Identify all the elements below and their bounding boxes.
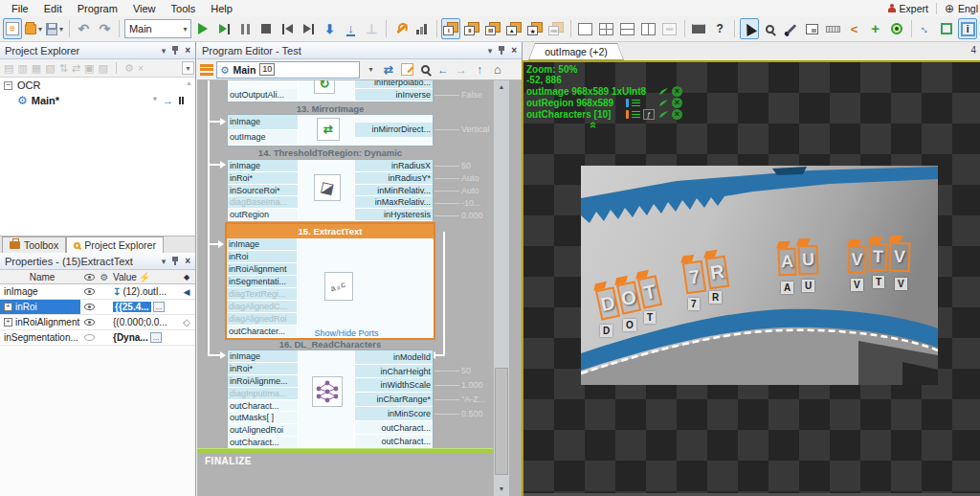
language-label[interactable]: Engl bbox=[958, 3, 978, 14]
port[interactable]: outAlignedRoi bbox=[228, 424, 298, 437]
macro-dropdown-button[interactable]: ▾ bbox=[363, 61, 378, 79]
tire-image[interactable]: D O T D O T 7 R 7 R A U A U V T V V T V bbox=[581, 166, 938, 385]
property-row-inroialignment[interactable]: inRoiAlignment {(0.000;0.0... ◇ bbox=[0, 315, 195, 330]
port[interactable]: inImage bbox=[228, 160, 298, 172]
ellipsis-button[interactable] bbox=[153, 302, 166, 312]
help-button[interactable]: ? bbox=[710, 18, 729, 39]
legend-close-icon[interactable]: × bbox=[672, 109, 682, 120]
block-15-header[interactable]: 15. ExtractText bbox=[227, 224, 434, 238]
iterate-button[interactable] bbox=[214, 18, 234, 39]
program-selector[interactable]: Main▾ bbox=[124, 19, 192, 38]
block-14-header[interactable]: 14. ThresholdToRegion: Dynamic bbox=[227, 147, 434, 158]
new-variant-icon[interactable]: ▦ bbox=[32, 62, 41, 74]
view-layout-3-button[interactable]: III bbox=[483, 18, 502, 39]
menu-tools[interactable]: Tools bbox=[164, 3, 204, 14]
view-layout-2-button[interactable]: II bbox=[462, 18, 481, 39]
close-icon[interactable]: × bbox=[185, 45, 190, 56]
iterate-forward-button[interactable] bbox=[299, 18, 318, 39]
name-column-header[interactable]: Name bbox=[0, 272, 80, 282]
value-column-header[interactable]: Value bbox=[113, 272, 137, 282]
port[interactable]: inCharHeight bbox=[355, 365, 433, 379]
param-value[interactable]: -10... bbox=[461, 197, 481, 210]
menu-file[interactable]: File bbox=[4, 3, 36, 14]
info-overlay-button[interactable]: i bbox=[958, 18, 977, 39]
param-value[interactable]: 0.500 bbox=[461, 408, 483, 420]
view-layout-hmi-button[interactable]: HMI bbox=[546, 18, 566, 39]
view-layout-cursor-button[interactable]: ▲ bbox=[504, 18, 523, 39]
run-button[interactable] bbox=[193, 18, 212, 39]
add-output-icon[interactable]: ⇄ bbox=[72, 62, 80, 74]
pointer-tool-button[interactable] bbox=[740, 18, 759, 39]
port[interactable]: inMirrorDirect... bbox=[355, 123, 433, 138]
legend-close-icon[interactable]: × bbox=[672, 98, 682, 108]
ellipsis-button[interactable] bbox=[150, 332, 163, 343]
legend-edit-icon[interactable] bbox=[658, 99, 669, 107]
pin-icon[interactable] bbox=[171, 46, 179, 55]
port[interactable]: inMinRelativ... bbox=[355, 185, 433, 197]
port[interactable]: inImage bbox=[228, 115, 298, 130]
edit-macro-button[interactable] bbox=[399, 61, 414, 79]
port[interactable]: outCharact... bbox=[355, 421, 433, 436]
color-picker-button[interactable] bbox=[782, 18, 801, 39]
port[interactable]: diagAlignedRoi bbox=[227, 313, 297, 326]
param-value[interactable]: 50 bbox=[461, 365, 471, 377]
legend-edit-icon[interactable] bbox=[658, 110, 669, 119]
tree-item-main[interactable]: ⚙ Main* * → bbox=[0, 93, 195, 108]
stop-button[interactable] bbox=[256, 18, 276, 39]
toolbar-overflow-icon[interactable]: ▼ bbox=[182, 61, 194, 75]
tab-toolbox[interactable]: Toolbox bbox=[2, 237, 66, 253]
port[interactable]: inWidthScale bbox=[355, 378, 433, 393]
port[interactable]: outMasks[ ] bbox=[228, 412, 298, 424]
param-value[interactable]: Auto bbox=[461, 172, 479, 185]
macrofilter-selector[interactable]: ⚙ Main 10 bbox=[216, 61, 360, 79]
statistics-button[interactable] bbox=[412, 18, 432, 39]
port[interactable]: inRadiusY* bbox=[355, 172, 433, 185]
expert-mode-label[interactable]: Expert bbox=[900, 3, 928, 14]
scroll-up-icon[interactable]: ▲ bbox=[494, 80, 509, 94]
settings-button[interactable] bbox=[391, 18, 411, 39]
property-value[interactable]: {Dyna... bbox=[113, 332, 148, 343]
port[interactable]: diagAlignedC... bbox=[227, 301, 297, 313]
navigate-forward-button[interactable]: → bbox=[454, 61, 469, 79]
measure-tool-button[interactable] bbox=[824, 18, 843, 39]
port[interactable]: inRadiusX bbox=[355, 160, 433, 172]
scroll-down-icon[interactable]: ▼ bbox=[494, 483, 509, 496]
block-13-header[interactable]: 13. MirrorImage bbox=[227, 103, 434, 114]
port[interactable]: diagInputIma... bbox=[228, 388, 298, 400]
collapse-icon[interactable] bbox=[4, 81, 12, 90]
eye-icon[interactable] bbox=[84, 304, 95, 310]
menu-program[interactable]: Program bbox=[70, 3, 125, 14]
port[interactable]: outImage bbox=[228, 130, 298, 146]
edit-properties-icon[interactable]: ⚙ bbox=[124, 62, 134, 74]
port[interactable]: inHysteresis bbox=[355, 209, 433, 221]
port[interactable]: inRoi bbox=[227, 251, 297, 263]
go-home-button[interactable]: ⌂ bbox=[490, 61, 505, 79]
run-until-button[interactable]: ⬇ bbox=[320, 18, 339, 39]
panel-menu-icon[interactable]: ▾ bbox=[162, 257, 167, 266]
eye-icon[interactable] bbox=[84, 319, 95, 326]
open-project-button[interactable]: ▾ bbox=[24, 18, 43, 39]
viewer-content[interactable]: Zoom: 50% -52, 886 outImage 968x589 1xUI… bbox=[522, 62, 980, 496]
scroll-up-icon[interactable]: ▲ bbox=[186, 79, 192, 86]
angle-tool-button[interactable]: < bbox=[845, 18, 864, 39]
port[interactable]: inSourceRoi* bbox=[228, 185, 298, 197]
diamond-icon[interactable]: ◇ bbox=[178, 317, 195, 327]
port[interactable]: inMaxRelativ... bbox=[355, 196, 433, 209]
tree-group-ocr[interactable]: OCR bbox=[0, 78, 195, 93]
split-rows-button[interactable] bbox=[618, 18, 637, 39]
port[interactable]: diagTextRegi... bbox=[227, 288, 297, 301]
port[interactable]: inSegmentati... bbox=[227, 276, 297, 288]
panel-menu-icon[interactable]: ▾ bbox=[488, 46, 493, 56]
zoom-tool-button[interactable] bbox=[761, 18, 780, 39]
param-value[interactable]: "A-Z... bbox=[461, 394, 485, 406]
format-function-icon[interactable]: ƒ bbox=[643, 109, 655, 120]
port[interactable]: outRegion bbox=[228, 209, 298, 221]
new-worker-task-icon[interactable]: ▧ bbox=[45, 62, 55, 74]
port[interactable]: inCharRange* bbox=[355, 393, 433, 407]
param-value[interactable]: Vertical bbox=[461, 124, 490, 136]
switch-variant-button[interactable]: ⇄ bbox=[381, 61, 396, 79]
menu-help[interactable]: Help bbox=[203, 3, 240, 14]
coordinates-tool-button[interactable]: + bbox=[866, 18, 885, 39]
menu-view[interactable]: View bbox=[125, 3, 164, 14]
param-value[interactable]: 1.000 bbox=[461, 379, 483, 392]
